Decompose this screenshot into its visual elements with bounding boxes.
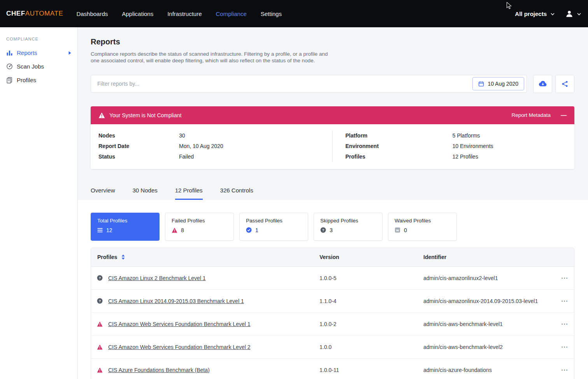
profile-link[interactable]: CIS Azure Foundations Benchmark (Beta) (108, 367, 210, 373)
row-menu-button[interactable]: ⋯ (555, 297, 574, 305)
metadata-row-nodes: Nodes 30 (98, 130, 332, 141)
page-description: Compliance reports describe the status o… (91, 51, 331, 64)
column-header-identifier[interactable]: Identifier (423, 254, 555, 260)
filter-input-container: 10 Aug 2020 (91, 75, 527, 93)
bar-chart-icon (6, 49, 13, 56)
metadata-value: 12 Profiles (453, 153, 478, 160)
sidebar-item-label: Scan Jobs (17, 63, 44, 70)
card-title: Skipped Profiles (320, 218, 376, 224)
column-header-profiles[interactable]: Profiles (91, 254, 319, 260)
report-actions (533, 75, 574, 93)
profile-link[interactable]: CIS Amazon Linux 2 Benchmark Level 1 (108, 275, 206, 281)
metadata-label: Platform (346, 132, 453, 139)
nav-settings[interactable]: Settings (261, 11, 282, 17)
card-title: Failed Profiles (172, 218, 227, 224)
svg-text:W: W (396, 229, 399, 232)
sidebar-section-label: COMPLIANCE (0, 37, 77, 41)
row-menu-button[interactable]: ⋯ (555, 366, 574, 374)
metadata-row-environment: Environment 10 Environments (346, 141, 575, 152)
filter-reports-input[interactable] (97, 81, 472, 87)
profile-identifier: admin/cis-amazonlinux2-level1 (423, 275, 555, 281)
waived-profiles-card[interactable]: Waived Profiles W 0 (388, 213, 457, 241)
metadata-row-report-date: Report Date Mon, 10 Aug 2020 (98, 141, 332, 152)
svg-text:?: ? (98, 299, 100, 303)
table-row: ? CIS Amazon Linux 2014.09-2015.03 Bench… (91, 290, 574, 313)
tab-profiles[interactable]: 12 Profiles (175, 187, 203, 200)
metadata-row-status: Status Failed (98, 152, 332, 162)
warning-triangle-icon (98, 112, 105, 118)
row-menu-button[interactable]: ⋯ (555, 343, 574, 351)
sort-icon[interactable] (121, 254, 125, 260)
metadata-label: Profiles (346, 153, 453, 160)
card-count-value: 0 (404, 227, 407, 233)
nav-compliance[interactable]: Compliance (216, 11, 247, 17)
passed-check-icon (246, 227, 252, 233)
profile-version: 1.0.0-11 (319, 367, 423, 373)
column-header-label: Profiles (97, 254, 117, 260)
sidebar-item-scan-jobs[interactable]: Scan Jobs (0, 60, 77, 73)
chevron-down-icon[interactable] (577, 13, 581, 16)
profile-link[interactable]: CIS Amazon Web Services Foundation Bench… (108, 321, 250, 327)
passed-profiles-card[interactable]: Passed Profiles 1 (239, 213, 308, 241)
topbar-right: All projects (515, 10, 581, 17)
failed-triangle-icon (172, 227, 177, 233)
report-tabs: Overview 30 Nodes 12 Profiles 326 Contro… (91, 187, 574, 200)
share-icon (562, 81, 568, 87)
metadata-row-profiles: Profiles 12 Profiles (346, 152, 575, 162)
waived-badge-icon: W (395, 227, 400, 233)
svg-text:?: ? (98, 276, 100, 280)
metadata-label: Nodes (98, 132, 179, 139)
sidebar-item-reports[interactable]: Reports (0, 46, 77, 60)
chef-automate-logo[interactable]: CHEFAUTOMATE (6, 10, 63, 18)
row-menu-button[interactable]: ⋯ (555, 274, 574, 282)
table-row: CIS Azure Foundations Benchmark (Beta) 1… (91, 359, 574, 379)
expand-arrow-icon[interactable] (68, 51, 71, 55)
failed-triangle-icon (91, 344, 108, 350)
calendar-icon (478, 81, 484, 87)
non-compliant-banner: Your System is Not Compliant Report Meta… (91, 106, 574, 124)
brand-automate: AUTOMATE (25, 10, 63, 17)
date-picker-button[interactable]: 10 Aug 2020 (472, 77, 524, 90)
main-content: Reports Compliance reports describe the … (78, 27, 588, 379)
tab-overview[interactable]: Overview (91, 187, 115, 200)
total-profiles-card[interactable]: Total Profiles 12 (91, 213, 160, 241)
download-report-button[interactable] (533, 75, 552, 93)
sidebar-item-label: Profiles (17, 77, 36, 83)
nav-infrastructure[interactable]: Infrastructure (167, 11, 202, 17)
metadata-row-platform: Platform 5 Platforms (346, 130, 575, 141)
card-count-value: 3 (330, 227, 333, 233)
sidebar-item-profiles[interactable]: Profiles (0, 73, 77, 87)
profile-link[interactable]: CIS Amazon Web Services Foundation Bench… (108, 344, 250, 350)
share-report-button[interactable] (555, 75, 574, 93)
chevron-down-icon[interactable] (551, 13, 555, 16)
main-nav: Dashboards Applications Infrastructure C… (76, 11, 282, 17)
metadata-label: Report Date (98, 143, 179, 149)
failed-profiles-card[interactable]: Failed Profiles 8 (165, 213, 234, 241)
nav-applications[interactable]: Applications (122, 11, 153, 17)
profile-identifier: admin/cis-amazonlinux-2014.09-2015.03-le… (423, 298, 555, 304)
failed-triangle-icon (91, 321, 108, 327)
tab-controls[interactable]: 326 Controls (220, 187, 253, 200)
profile-link[interactable]: CIS Amazon Linux 2014.09-2015.03 Benchma… (108, 298, 244, 304)
projects-filter[interactable]: All projects (515, 11, 547, 17)
metadata-value: 30 (179, 132, 185, 139)
nav-dashboards[interactable]: Dashboards (76, 11, 108, 17)
report-metadata-card: Your System is Not Compliant Report Meta… (91, 106, 574, 169)
card-count-value: 12 (106, 227, 112, 233)
collapse-metadata-button[interactable]: — (561, 112, 567, 118)
profile-identifier: admin/cis-aws-benchmark-level1 (423, 321, 555, 327)
profile-summary-cards: Total Profiles 12 Failed Profiles (91, 213, 574, 241)
metadata-panel: Nodes 30 Report Date Mon, 10 Aug 2020 St… (91, 124, 574, 169)
skipped-profiles-card[interactable]: Skipped Profiles ? 3 (314, 213, 383, 241)
row-menu-button[interactable]: ⋯ (555, 320, 574, 328)
card-title: Waived Profiles (395, 218, 450, 224)
metadata-value: Mon, 10 Aug 2020 (179, 143, 223, 149)
document-stack-icon (6, 77, 13, 83)
card-count-value: 8 (181, 227, 184, 233)
profiles-table: Profiles Version Identifier ? (91, 248, 574, 379)
tab-nodes[interactable]: 30 Nodes (133, 187, 158, 200)
column-header-version[interactable]: Version (319, 254, 423, 260)
table-row: CIS Amazon Web Services Foundation Bench… (91, 336, 574, 359)
user-profile-icon[interactable] (565, 10, 573, 17)
profile-version: 1.1.0-4 (319, 298, 423, 304)
